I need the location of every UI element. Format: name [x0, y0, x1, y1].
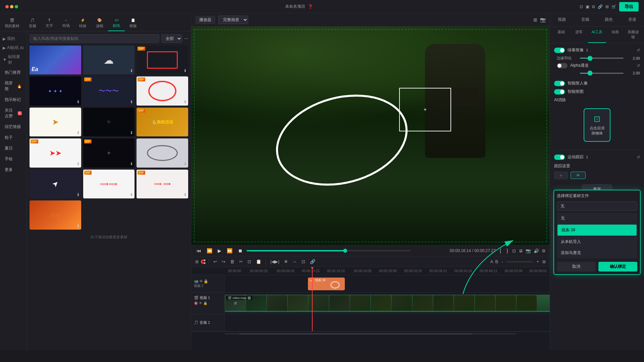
ctrl-icon-5[interactable]: ⚙ [542, 248, 546, 253]
second-slider[interactable] [580, 73, 624, 74]
topbar-icon-1[interactable]: ⊡ [580, 4, 583, 9]
grid-item-12[interactable]: ⬇ [137, 138, 188, 167]
green-screen-toggle[interactable] [554, 48, 565, 53]
quality-select[interactable]: 完整画质 [218, 15, 248, 24]
nav-template[interactable]: 📋模板 [125, 16, 142, 31]
sidebar-summer[interactable]: 夏日 [1, 143, 25, 154]
grid-item-11[interactable]: ✦ VIP ⬇ [83, 138, 135, 167]
more-options-icon[interactable]: ⋯ [184, 36, 188, 41]
tracking-option-1[interactable]: ○ [554, 172, 568, 179]
sidebar-expand-ai[interactable]: ▶ AI贴纸 AI [0, 43, 26, 52]
export-button[interactable]: 导出 [619, 2, 639, 11]
dropdown-option-none[interactable]: 无 [557, 213, 637, 224]
grid-item-6[interactable]: VIP ⬇ [137, 76, 188, 105]
track-lock-icon2[interactable]: 🔒 [203, 301, 207, 305]
track-eye-icon2[interactable]: 👁 [199, 301, 202, 305]
sidebar-handpaint[interactable]: 手绘 [1, 154, 25, 164]
track-mute-icon[interactable]: 🔇 [194, 301, 198, 305]
grid-item-1[interactable]: Ea [30, 46, 81, 74]
nav-effects[interactable]: ⚡特效 [74, 16, 91, 31]
snapshot-icon[interactable]: 📷 [540, 17, 546, 22]
redo-button[interactable]: ↪ [220, 258, 227, 265]
nav-media[interactable]: 🎬我的素材 [0, 16, 24, 31]
copy-button[interactable]: ⊡ [246, 258, 253, 265]
zoom-slider[interactable] [506, 261, 533, 262]
edge-smooth-slider[interactable] [580, 58, 624, 59]
skip-back-button[interactable]: ⏮ [195, 247, 203, 254]
stop-button[interactable]: ⏹ [236, 247, 244, 254]
nav-transition[interactable]: ↔转场 [58, 16, 74, 31]
ctrl-icon-4[interactable]: 🔊 [534, 248, 539, 253]
tl-icon-a[interactable]: A [490, 259, 493, 264]
sidebar-hot[interactable]: 热门推荐 [1, 67, 25, 78]
dropdown-option-line39[interactable]: 线条 39 [557, 225, 637, 236]
sidebar-variety[interactable]: 综艺情描 [1, 122, 25, 132]
sidebar-particle[interactable]: 粒子 [1, 132, 25, 143]
nav-sticker[interactable]: 🏷贴纸 [108, 16, 125, 31]
smart-portrait-toggle[interactable] [554, 81, 565, 86]
rtab-ai[interactable]: AI工具 [588, 27, 606, 43]
mark-in-button[interactable]: { [498, 247, 503, 254]
trim-button[interactable]: ↔ [291, 258, 298, 265]
grid-item-4[interactable]: ✦ ✦ ✦ ⬇ [30, 76, 81, 105]
ctrl-icon-2[interactable]: 🖥 [519, 248, 523, 253]
grid-item-8[interactable]: ☀ ⬇ [83, 108, 135, 136]
topbar-icon-3[interactable]: ⧉ [592, 4, 595, 9]
track-lock-icon[interactable]: 🔒 [204, 279, 208, 284]
delete-button[interactable]: 🗑 [229, 258, 236, 265]
freeze-button[interactable]: ❄ [283, 258, 289, 265]
smart-cutout-toggle[interactable] [554, 89, 565, 95]
ctrl-icon-3[interactable]: 📷 [526, 248, 531, 253]
green-screen-reset[interactable]: ↺ [637, 48, 640, 53]
track-camera-icon[interactable]: 📹 [194, 279, 199, 284]
grid-item-5[interactable]: 〜〜〜 VIP ⬇ [83, 76, 135, 105]
nav-text[interactable]: T文字 [41, 16, 58, 31]
dropdown-option-mosaic[interactable]: 添加马赛克 [557, 247, 637, 258]
tracking-option-2[interactable]: 👁 [571, 172, 586, 179]
sidebar-indicator[interactable]: 指示标记 [1, 95, 25, 105]
sticker-clip[interactable]: ✂ 线条 39 [308, 278, 345, 290]
fullscreen-icon[interactable]: ⊞ [533, 17, 537, 22]
progress-bar[interactable] [247, 250, 411, 251]
split-button[interactable]: |◀▶| [269, 258, 281, 265]
alpha-reset[interactable]: ↺ [637, 63, 640, 68]
timeline-scrollbar[interactable] [239, 333, 472, 335]
grid-item-9[interactable]: 🐍粒粒活话 VIP ⬇ [137, 108, 188, 136]
rtab-advance[interactable]: 进军 [570, 27, 588, 43]
nav-audio[interactable]: 🎵音频 [24, 16, 41, 31]
sidebar-attention[interactable]: 关注点赞 N [1, 105, 25, 121]
rtab-beauty[interactable]: 美颜滤镜 [624, 27, 642, 43]
motion-tracking-refresh[interactable]: ↺ [637, 155, 640, 160]
zoom-out-button[interactable]: - [500, 258, 504, 265]
topbar-icon-4[interactable]: 🔗 [598, 4, 603, 9]
motion-tracking-info[interactable]: ℹ [586, 155, 588, 160]
play-prev-button[interactable]: ⏪ [205, 247, 214, 254]
grid-item-14[interactable]: ⟹⟹ VIP ⬇ [83, 170, 135, 198]
grid-item-13[interactable]: ➤ ⬇ [30, 170, 81, 198]
rtab-video[interactable]: 视频 [550, 13, 574, 26]
dropdown-cancel-button[interactable]: 取消 [557, 262, 596, 272]
zoom-in-button[interactable]: + [535, 258, 540, 265]
alpha-toggle[interactable] [557, 63, 568, 68]
grid-item-15[interactable]: ⟹ ⟹ VIP ⬇ [137, 170, 188, 198]
grid-item-7[interactable]: ➤ ⬇ [30, 108, 81, 136]
link-button[interactable]: 🔗 [309, 258, 317, 265]
mark-out-button[interactable]: } [505, 247, 509, 254]
track-eye-icon[interactable]: 👁 [199, 279, 203, 284]
sidebar-expand-mine[interactable]: ▶ 我的 [0, 34, 26, 43]
ai-remove-button[interactable]: ⊡ 点击后消除物体 [584, 108, 610, 142]
sidebar-cute[interactable]: 萌芽熊 🔥 [1, 78, 25, 94]
grid-item-10[interactable]: ➤➤ VIP ⬇ [30, 138, 81, 167]
ctrl-icon-1[interactable]: ⊡ [512, 248, 516, 253]
grid-item-16[interactable]: ◌◌◌ ⬇ [30, 200, 81, 229]
grid-item-2[interactable]: ☁ ⬇ [83, 46, 135, 74]
search-input[interactable] [30, 34, 159, 43]
tl-icon-magnet[interactable]: 🧲 [201, 259, 206, 264]
nav-filter[interactable]: 🎨滤镜 [91, 16, 108, 31]
sidebar-expand-sticker[interactable]: ▼ 贴纸素材 [0, 52, 26, 67]
tl-icon-layers[interactable]: ⊞ [195, 259, 199, 264]
rtab-basic[interactable]: 基础 [552, 27, 570, 43]
cut-button[interactable]: ✂ [238, 258, 244, 265]
undo-button[interactable]: ↩ [212, 258, 218, 265]
dropdown-option-import[interactable]: 从本机导入 [557, 236, 637, 247]
